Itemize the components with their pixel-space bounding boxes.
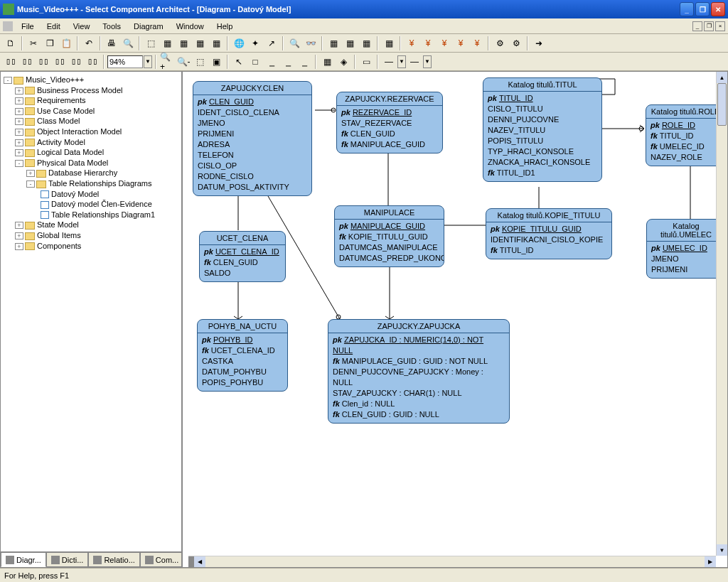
tree-dmce[interactable]: Datový model Člen-Evidence <box>51 200 152 208</box>
tree-bpm[interactable]: Business Process Model <box>37 86 122 95</box>
tool5-icon[interactable]: ▦ <box>208 36 224 51</box>
note-icon[interactable]: ▭ <box>358 54 374 70</box>
minimize-button[interactable]: _ <box>680 2 694 16</box>
entity-role[interactable]: Katalog titulů.ROLE pk ROLE_ID fk TITUL_… <box>646 104 716 166</box>
tree-sm[interactable]: State Model <box>37 220 79 229</box>
split-handle[interactable] <box>188 556 194 567</box>
zoomfit-icon[interactable]: ⬚ <box>192 54 208 70</box>
entity-umelec[interactable]: Katalog titulů.UMELEC pk UMELEC_ID JMENO… <box>646 219 716 279</box>
snap-icon[interactable]: ◈ <box>336 54 351 70</box>
globe-icon[interactable]: 🌐 <box>231 36 247 51</box>
t6-icon[interactable]: ▦ <box>326 36 341 51</box>
zoomin-icon[interactable]: 🔍+ <box>159 54 175 70</box>
binoculars-icon[interactable]: 👓 <box>303 36 318 51</box>
tree-oim[interactable]: Object Interaction Model <box>37 127 122 136</box>
model-tree[interactable]: -Music_Video+++ +Business Process Model … <box>1 72 181 551</box>
wand-icon[interactable]: ✦ <box>247 36 263 51</box>
tree-req[interactable]: Requirements <box>37 96 85 104</box>
g1-icon[interactable]: ⚙ <box>492 36 508 51</box>
new-icon[interactable]: 🗋 <box>3 36 18 51</box>
t8-icon[interactable]: ▦ <box>358 36 374 51</box>
align-right-icon[interactable]: ▯▯ <box>36 54 51 70</box>
tree-gi[interactable]: Global Items <box>37 231 81 239</box>
align-top-icon[interactable]: ▯▯ <box>52 54 68 70</box>
entity-zapujcka[interactable]: ZAPUJCKY.ZAPUJCKA pk ZAPUJCKA_ID : NUMER… <box>328 319 510 424</box>
find-icon[interactable]: 🔍 <box>287 36 302 51</box>
entity-clen[interactable]: ZAPUJCKY.CLEN pk CLEN_GUID IDENT_CISLO_C… <box>193 81 312 196</box>
tree-root[interactable]: Music_Video+++ <box>26 75 84 84</box>
copy-icon[interactable]: ❐ <box>42 36 58 51</box>
scroll-left-icon[interactable]: ◀ <box>194 556 205 567</box>
tool2-icon[interactable]: ▦ <box>159 36 175 51</box>
tree-ldm[interactable]: Logical Data Model <box>37 148 104 156</box>
tree-dbh[interactable]: Database Hierarchy <box>48 168 117 177</box>
scroll-down-icon[interactable]: ▼ <box>717 544 727 556</box>
align-center-icon[interactable]: ▯▯ <box>19 54 35 70</box>
f1-icon[interactable]: ¥ <box>404 36 419 51</box>
undo-icon[interactable]: ↶ <box>81 36 97 51</box>
align-bot-icon[interactable]: ▯▯ <box>85 54 100 70</box>
tab-diagrams[interactable]: Diagr... <box>1 552 46 567</box>
zoom-dropdown[interactable]: ▼ <box>144 55 152 68</box>
mdi-minimize-button[interactable]: _ <box>692 21 702 31</box>
conn3-icon[interactable]: ⎯ <box>296 54 312 70</box>
tab-dictionary[interactable]: Dicti... <box>46 552 89 567</box>
t7-icon[interactable]: ▦ <box>342 36 358 51</box>
arrow-icon[interactable]: ↗ <box>264 36 279 51</box>
pointer-icon[interactable]: ↖ <box>231 54 247 70</box>
scroll-thumb[interactable] <box>717 83 727 126</box>
entity-rezervace[interactable]: ZAPUJCKY.REZERVACE pk REZERVACE_ID STAV_… <box>336 92 443 153</box>
tree-ucm[interactable]: Use Case Model <box>37 107 95 115</box>
tool3-icon[interactable]: ▦ <box>176 36 191 51</box>
tree-comp[interactable]: Components <box>37 242 81 250</box>
tree-am[interactable]: Activity Model <box>37 138 85 146</box>
f4-icon[interactable]: ¥ <box>453 36 469 51</box>
tree-trd[interactable]: Table Relationships Diagrams <box>48 179 152 188</box>
box-icon[interactable]: □ <box>247 54 263 70</box>
scroll-right-icon[interactable]: ▶ <box>705 556 716 567</box>
tree-pdm[interactable]: Physical Data Model <box>37 158 108 167</box>
zoomout-icon[interactable]: 🔍- <box>176 54 191 70</box>
t9-icon[interactable]: ▦ <box>381 36 397 51</box>
maximize-button[interactable]: ❐ <box>695 2 710 16</box>
conn2-icon[interactable]: ⎯ <box>280 54 296 70</box>
grid-icon[interactable]: ▦ <box>319 54 335 70</box>
entity-kopie[interactable]: Katalog titulů.KOPIE_TITULU pk KOPIE_TIT… <box>486 208 612 259</box>
align-left-icon[interactable]: ▯▯ <box>3 54 18 70</box>
f5-icon[interactable]: ¥ <box>469 36 485 51</box>
menu-tools[interactable]: Tools <box>97 21 127 32</box>
horizontal-scrollbar[interactable]: ◀ ▶ <box>188 556 716 567</box>
g3-icon[interactable]: ➜ <box>531 36 547 51</box>
entity-titul[interactable]: Katalog titulů.TITUL pk TITUL_ID CISLO_T… <box>483 77 602 182</box>
tool-icon[interactable]: ⬚ <box>143 36 159 51</box>
zoomsel-icon[interactable]: ▣ <box>208 54 224 70</box>
menu-view[interactable]: View <box>68 21 96 32</box>
tool4-icon[interactable]: ▦ <box>192 36 208 51</box>
scroll-up-icon[interactable]: ▲ <box>717 72 727 83</box>
diagram-canvas[interactable]: ZAPUJCKY.CLEN pk CLEN_GUID IDENT_CISLO_C… <box>188 72 716 556</box>
mdi-close-button[interactable]: × <box>715 21 725 31</box>
f3-icon[interactable]: ¥ <box>437 36 452 51</box>
g2-icon[interactable]: ⚙ <box>508 36 524 51</box>
tree-cm[interactable]: Class Model <box>37 117 80 125</box>
line2-dd[interactable]: ▼ <box>423 55 432 68</box>
entity-pohyb[interactable]: POHYB_NA_UCTU pk POHYB_ID fk UCET_CLENA_… <box>197 319 288 392</box>
paste-icon[interactable]: 📋 <box>58 36 74 51</box>
menu-window[interactable]: Window <box>171 21 210 32</box>
print-icon[interactable]: 🖶 <box>104 36 119 51</box>
vertical-scrollbar[interactable]: ▲ ▼ <box>716 72 727 556</box>
close-button[interactable]: ✕ <box>711 2 725 16</box>
cut-icon[interactable]: ✂ <box>26 36 41 51</box>
conn1-icon[interactable]: ⎯ <box>264 54 279 70</box>
tab-components[interactable]: Com... <box>140 552 181 567</box>
line2-icon[interactable]: — <box>407 54 422 70</box>
tree-trd1[interactable]: Table Relationships Diagram1 <box>51 210 155 219</box>
menu-edit[interactable]: Edit <box>41 21 66 32</box>
mdi-restore-button[interactable]: ❐ <box>704 21 714 31</box>
entity-manipulace[interactable]: MANIPULACE pk MANIPULACE_GUID fk KOPIE_T… <box>334 205 444 267</box>
line1-icon[interactable]: — <box>381 54 397 70</box>
menu-file[interactable]: File <box>16 21 40 32</box>
menu-help[interactable]: Help <box>211 21 239 32</box>
f2-icon[interactable]: ¥ <box>420 36 436 51</box>
zoom-input[interactable]: 94% <box>107 55 143 68</box>
